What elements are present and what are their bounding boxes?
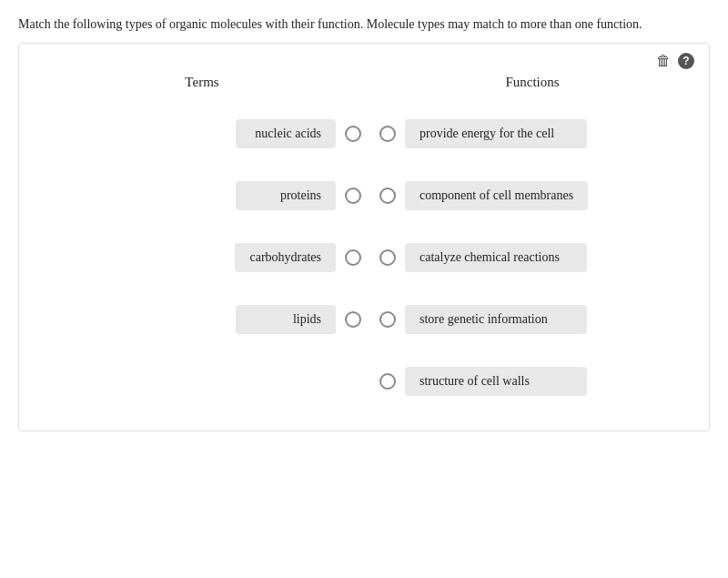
reset-button[interactable]: 🗑	[656, 53, 671, 69]
help-button[interactable]: ?	[678, 53, 694, 69]
term-proteins-radio[interactable]	[345, 188, 361, 204]
function-row: store genetic information	[370, 289, 694, 350]
function-row: provide energy for the cell	[370, 103, 694, 165]
function-structure: structure of cell walls	[405, 367, 587, 396]
term-lipids: lipids	[236, 305, 336, 334]
term-row: proteins	[34, 165, 370, 227]
function-row: component of cell membranes	[370, 165, 694, 227]
function-membranes-radio[interactable]	[379, 188, 396, 204]
instructions: Match the following types of organic mol…	[18, 15, 710, 34]
terms-column: nucleic acids proteins carbohydrates lip…	[34, 103, 370, 350]
function-catalyze-radio[interactable]	[379, 249, 396, 266]
toolbar: 🗑 ?	[34, 53, 694, 69]
term-row: carbohydrates	[34, 227, 370, 289]
function-genetic: store genetic information	[405, 305, 587, 334]
columns-body: nucleic acids proteins carbohydrates lip…	[34, 103, 694, 412]
term-proteins: proteins	[236, 181, 336, 210]
function-membranes: component of cell membranes	[405, 181, 588, 210]
function-row: catalyze chemical reactions	[370, 227, 694, 289]
functions-column: provide energy for the cell component of…	[370, 103, 694, 412]
term-nucleic-acids-radio[interactable]	[345, 126, 361, 142]
term-row: nucleic acids	[34, 103, 370, 165]
term-row: lipids	[34, 289, 370, 350]
page-container: Match the following types of organic mol…	[0, 0, 728, 450]
function-row: structure of cell walls	[370, 350, 694, 412]
terms-column-header: Terms	[34, 75, 370, 90]
function-catalyze: catalyze chemical reactions	[405, 243, 587, 272]
term-nucleic-acids: nucleic acids	[236, 119, 336, 148]
term-carbohydrates-radio[interactable]	[345, 249, 361, 266]
term-carbohydrates: carbohydrates	[235, 243, 336, 272]
function-energy: provide energy for the cell	[405, 119, 587, 148]
function-structure-radio[interactable]	[379, 373, 396, 390]
columns-header: Terms Functions	[34, 75, 694, 90]
quiz-area: 🗑 ? Terms Functions nucleic acids protei…	[18, 43, 710, 431]
term-lipids-radio[interactable]	[345, 311, 361, 328]
function-energy-radio[interactable]	[379, 126, 396, 142]
function-genetic-radio[interactable]	[379, 311, 396, 328]
functions-column-header: Functions	[370, 75, 694, 90]
